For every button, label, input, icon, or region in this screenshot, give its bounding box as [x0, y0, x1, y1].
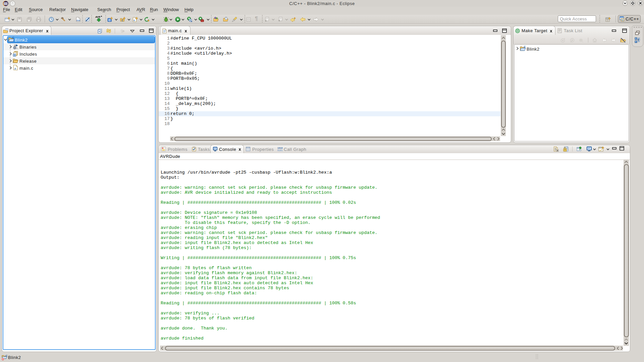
- svg-text:C: C: [6, 354, 8, 357]
- svg-text:c: c: [133, 19, 135, 22]
- svg-text:0101: 0101: [277, 149, 283, 152]
- svg-text:C: C: [622, 19, 624, 21]
- svg-text:1010: 1010: [277, 147, 283, 149]
- svg-text:01: 01: [16, 47, 19, 50]
- svg-text:C: C: [12, 36, 14, 40]
- svg-text:C: C: [109, 18, 111, 22]
- svg-text:.c: .c: [14, 67, 16, 70]
- svg-text:C: C: [524, 45, 526, 49]
- svg-text:C: C: [121, 19, 123, 22]
- svg-text:h: h: [14, 54, 15, 57]
- svg-text:AVR: AVR: [95, 15, 101, 18]
- svg-text:010: 010: [76, 19, 80, 21]
